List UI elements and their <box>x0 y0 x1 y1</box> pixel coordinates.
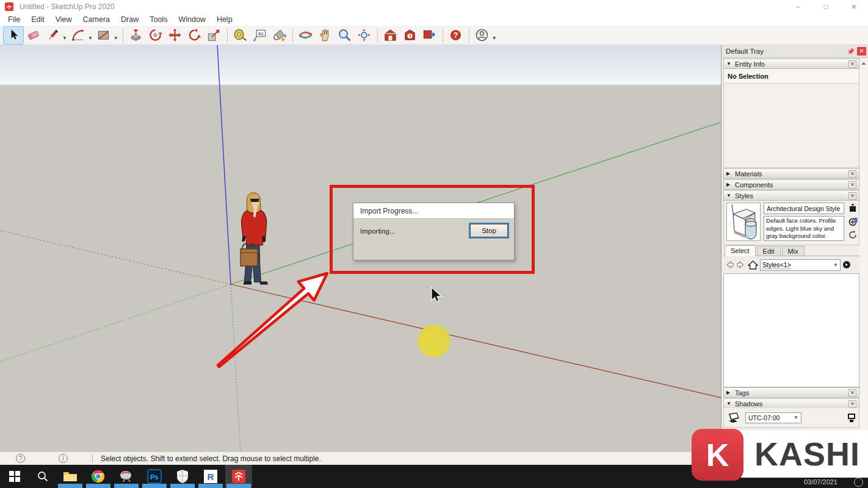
start-button[interactable] <box>1 465 28 488</box>
account-dropdown[interactable]: ▼ <box>492 35 497 41</box>
tray-close-button[interactable]: ✕ <box>857 47 866 56</box>
menu-window[interactable]: Window <box>173 14 211 25</box>
refresh-style-icon[interactable] <box>848 230 858 240</box>
arc-tool-dropdown[interactable]: ▼ <box>88 35 93 41</box>
account-button[interactable] <box>472 27 492 44</box>
menu-help[interactable]: Help <box>211 14 238 25</box>
chevron-down-icon: ▼ <box>726 193 732 198</box>
window-title: Untitled - SketchUp Pro 2020 <box>20 2 114 11</box>
line-tool-button[interactable] <box>43 27 62 44</box>
push-pull-tool-button[interactable] <box>126 27 146 44</box>
select-tool-button[interactable] <box>4 27 23 44</box>
running-indicator <box>198 484 223 488</box>
zoom-tool-button[interactable] <box>335 27 355 44</box>
3d-warehouse-icon <box>383 28 397 42</box>
components-header[interactable]: ▶ Components ✕ <box>723 179 859 190</box>
chevron-right-icon: ▶ <box>726 182 732 187</box>
new-style-icon <box>848 204 857 212</box>
credits-info-icon[interactable]: i <box>59 454 68 463</box>
rotate-tool-button[interactable] <box>185 27 204 44</box>
chevron-right-icon: ▶ <box>726 390 732 395</box>
scale-tool-button[interactable] <box>204 27 224 44</box>
back-arrow-icon[interactable] <box>725 260 734 269</box>
arc-icon <box>71 28 85 42</box>
details-arrow-icon[interactable] <box>842 260 852 270</box>
running-indicator <box>114 484 139 488</box>
components-close-icon[interactable]: ✕ <box>848 181 856 188</box>
close-button[interactable]: ✕ <box>840 0 868 13</box>
materials-header[interactable]: ▶ Materials ✕ <box>723 168 859 179</box>
tray-scrollbar[interactable] <box>859 59 867 451</box>
shadow-toggle-icon[interactable] <box>727 412 740 424</box>
extension-warehouse-button[interactable] <box>400 27 420 44</box>
menu-edit[interactable]: Edit <box>26 14 50 25</box>
taskbar-search-button[interactable] <box>29 465 56 488</box>
toolbar-separator <box>123 28 123 43</box>
style-thumbnail[interactable] <box>726 203 761 241</box>
menu-view[interactable]: View <box>50 14 78 25</box>
home-icon[interactable] <box>748 260 758 270</box>
shadow-display-icon[interactable] <box>847 413 856 423</box>
entity-info-header[interactable]: ▼ Entity Info ✕ <box>723 59 859 69</box>
red-axis-dashed <box>0 231 231 284</box>
create-style-icon[interactable] <box>848 203 858 213</box>
tab-mix[interactable]: Mix <box>782 246 805 256</box>
pin-icon[interactable]: 📌 <box>847 48 855 55</box>
pan-tool-button[interactable] <box>316 27 335 44</box>
tab-edit[interactable]: Edit <box>757 246 781 256</box>
minimize-button[interactable]: – <box>784 0 812 13</box>
styles-list-area[interactable] <box>723 273 859 387</box>
share-model-button[interactable] <box>420 27 439 44</box>
brand-banner: KASHI <box>741 430 868 478</box>
text-tool-button[interactable]: A1 <box>250 27 270 44</box>
maximize-button[interactable]: □ <box>812 0 840 13</box>
tape-measure-tool-button[interactable] <box>231 27 250 44</box>
timezone-select[interactable]: UTC-07:00 ▼ <box>745 412 801 423</box>
orbit-tool-button[interactable] <box>296 27 316 44</box>
arc-tool-button[interactable] <box>68 27 88 44</box>
style-name-field[interactable]: Architectural Design Style <box>764 203 844 214</box>
menu-file[interactable]: File <box>2 14 26 25</box>
paint-bucket-icon <box>272 28 286 42</box>
geolocation-icon[interactable]: ? <box>16 454 25 463</box>
update-style-icon[interactable] <box>848 217 858 226</box>
ps-glyph: Ps <box>150 473 158 481</box>
menu-tools[interactable]: Tools <box>144 14 173 25</box>
move-tool-button[interactable] <box>165 27 185 44</box>
styles-header[interactable]: ▼ Styles ✕ <box>723 190 859 201</box>
shadows-close-icon[interactable]: ✕ <box>848 400 856 407</box>
shapes-tool-dropdown[interactable]: ▼ <box>114 35 118 41</box>
style-update-icon <box>848 217 858 226</box>
annotation-arrow <box>208 262 342 378</box>
file-explorer-icon <box>63 470 78 483</box>
green-axis-dashed <box>0 284 231 362</box>
notification-icon[interactable] <box>854 478 863 487</box>
zoom-extents-tool-button[interactable] <box>355 27 374 44</box>
entity-info-panel: No Selection <box>723 69 859 168</box>
menu-draw[interactable]: Draw <box>115 14 144 25</box>
entity-info-close-icon[interactable]: ✕ <box>848 60 856 68</box>
shapes-tool-button[interactable] <box>94 27 114 44</box>
help-button[interactable]: ? <box>446 27 466 44</box>
forward-arrow-icon[interactable] <box>736 260 746 269</box>
shadows-header[interactable]: ▼ Shadows ✕ <box>723 398 859 409</box>
paint-bucket-tool-button[interactable] <box>270 27 289 44</box>
tags-close-icon[interactable]: ✕ <box>848 389 856 396</box>
move-icon <box>168 28 182 42</box>
style-description-field[interactable]: Default face colors. Profile edges. Ligh… <box>764 216 844 241</box>
follow-me-tool-button[interactable] <box>146 27 165 44</box>
eraser-tool-button[interactable] <box>23 27 43 44</box>
materials-close-icon[interactable]: ✕ <box>848 170 856 178</box>
status-divider <box>92 454 93 463</box>
menu-camera[interactable]: Camera <box>78 14 115 25</box>
shadows-label: Shadows <box>735 400 762 407</box>
tags-header[interactable]: ▶ Tags ✕ <box>723 387 859 398</box>
line-tool-dropdown[interactable]: ▼ <box>62 35 67 41</box>
styles-panel: Architectural Design Style Default face … <box>723 201 859 245</box>
tab-select[interactable]: Select <box>725 245 756 256</box>
style-collection-select[interactable]: Styles<1> ▼ <box>760 259 841 271</box>
3d-warehouse-button[interactable] <box>381 27 400 44</box>
rotate-icon <box>187 28 201 42</box>
styles-close-icon[interactable]: ✕ <box>848 192 856 199</box>
scroll-up-button[interactable] <box>859 59 867 68</box>
